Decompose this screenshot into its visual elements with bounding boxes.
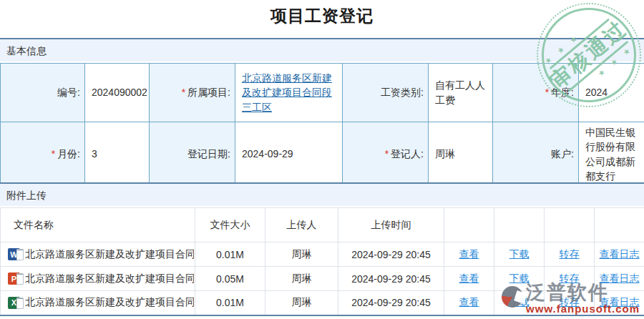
basic-info-table: 编号: 2024090002 *所属项目: 北京路道服务区新建及改扩建项目合同段… xyxy=(0,63,644,187)
col-action-view xyxy=(444,208,494,242)
col-file-name: 文件名称 xyxy=(1,208,195,242)
uploader: 周琳 xyxy=(265,291,338,315)
field-value-month: 3 xyxy=(85,122,150,187)
section-basic-info: 基本信息 xyxy=(0,38,644,62)
field-value-salary-type: 自有工人人工费 xyxy=(429,64,493,122)
required-marker: * xyxy=(545,87,549,98)
field-label-project: *所属项目: xyxy=(150,64,235,122)
field-value-year: 2024 xyxy=(579,64,644,122)
upload-time: 2024-09-29 20:45 xyxy=(338,291,444,315)
transfer-link[interactable]: 转存 xyxy=(560,296,580,308)
field-label-register-date: 登记日期: xyxy=(150,122,235,187)
excel-file-icon: X xyxy=(8,297,20,309)
project-link[interactable]: 北京路道服务区新建及改扩建项目合同段三工区 xyxy=(242,72,332,113)
file-size: 0.01M xyxy=(195,291,265,315)
view-link[interactable]: 查看 xyxy=(459,296,479,308)
view-link[interactable]: 查看 xyxy=(459,248,479,260)
field-label-salary-type: 工资类别: xyxy=(343,64,429,122)
required-marker: * xyxy=(182,87,185,98)
download-link[interactable]: 下载 xyxy=(509,248,530,260)
ppt-file-icon: P xyxy=(8,273,20,285)
download-link[interactable]: 下载 xyxy=(509,296,530,308)
download-link[interactable]: 下载 xyxy=(509,273,530,284)
required-marker: * xyxy=(385,148,389,160)
transfer-link[interactable]: 转存 xyxy=(560,273,580,284)
attachments-table: 文件名称 文件大小 上传人 上传时间 W北京路道服务区新建及改扩建项目合同段 0… xyxy=(0,207,644,316)
file-name: 北京路道服务区新建及改扩建项目合同段 xyxy=(25,273,194,285)
table-row: P北京路道服务区新建及改扩建项目合同段 0.05M 周琳 2024-09-29 … xyxy=(1,267,644,291)
col-file-size: 文件大小 xyxy=(195,208,265,242)
file-name: 北京路道服务区新建及改扩建项目合同段 xyxy=(25,248,194,261)
col-upload-time: 上传时间 xyxy=(338,208,444,242)
field-label-registrant: *登记人: xyxy=(343,122,429,187)
field-value-project: 北京路道服务区新建及改扩建项目合同段三工区 xyxy=(235,64,343,122)
view-link[interactable]: 查看 xyxy=(459,273,479,284)
field-label-account: 账户: xyxy=(493,122,579,187)
upload-time: 2024-09-29 20:45 xyxy=(338,267,444,291)
table-row: W北京路道服务区新建及改扩建项目合同段 0.01M 周琳 2024-09-29 … xyxy=(1,242,644,267)
view-log-link[interactable]: 查看日志 xyxy=(600,273,640,284)
upload-time: 2024-09-29 20:45 xyxy=(338,242,444,267)
field-label-year: *年度: xyxy=(493,64,579,122)
file-size: 0.05M xyxy=(195,267,265,291)
field-value-register-date: 2024-09-29 xyxy=(235,122,343,187)
required-marker: * xyxy=(52,148,55,160)
view-log-link[interactable]: 查看日志 xyxy=(600,248,640,260)
field-value-number: 2024090002 xyxy=(85,64,150,122)
attachments-header-row: 文件名称 文件大小 上传人 上传时间 xyxy=(1,208,644,242)
uploader: 周琳 xyxy=(265,242,338,267)
field-value-account: 中国民生银行股份有限公司成都新都支行 xyxy=(579,122,644,187)
field-label-number: 编号: xyxy=(1,64,85,122)
salary-register-page: 项目工资登记 基本信息 编号: 2024090002 *所属项目: 北京路道服务… xyxy=(0,0,644,319)
transfer-link[interactable]: 转存 xyxy=(560,248,580,260)
col-action-download xyxy=(494,208,545,242)
col-action-log xyxy=(595,208,644,242)
field-label-month: *月份: xyxy=(1,122,85,187)
file-size: 0.01M xyxy=(195,242,265,267)
table-row: X北京路道服务区新建及改扩建项目合同段 0.01M 周琳 2024-09-29 … xyxy=(1,291,644,315)
field-value-registrant: 周琳 xyxy=(429,122,493,187)
page-title: 项目工资登记 xyxy=(0,5,644,27)
col-uploader: 上传人 xyxy=(265,208,338,242)
col-action-transfer xyxy=(545,208,595,242)
view-log-link[interactable]: 查看日志 xyxy=(600,296,640,308)
uploader: 周琳 xyxy=(265,267,338,291)
section-attachments: 附件上传 xyxy=(0,182,644,206)
word-file-icon: W xyxy=(8,248,20,260)
file-name: 北京路道服务区新建及改扩建项目合同段 xyxy=(25,296,194,309)
